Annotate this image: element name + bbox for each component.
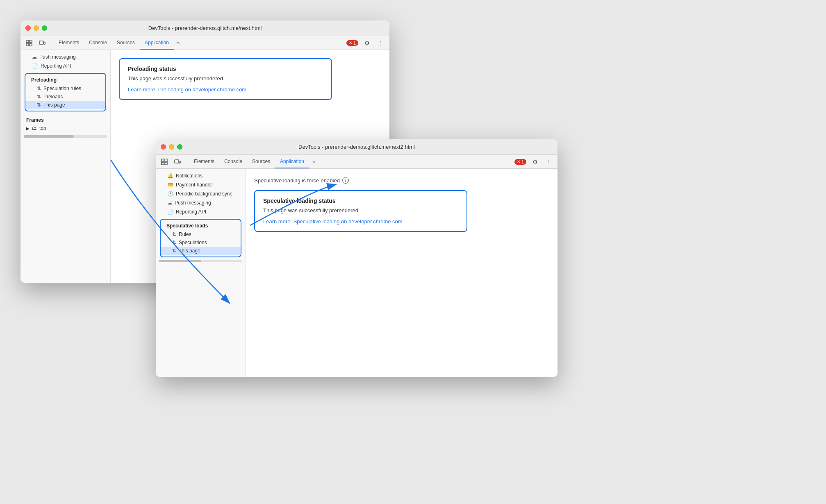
tab-elements-1[interactable]: Elements — [54, 36, 84, 50]
svg-rect-6 — [162, 159, 164, 161]
updown-icon-4: ⇅ — [172, 232, 176, 237]
info-icon[interactable]: i — [342, 177, 349, 184]
sidebar-item-speculations[interactable]: ⇅ Speculations — [161, 238, 241, 247]
updown-icon-5: ⇅ — [172, 240, 176, 245]
svg-rect-2 — [26, 43, 29, 46]
updown-icon-6: ⇅ — [172, 248, 176, 254]
tabs-bar-2: Elements Console Sources Application » ✕… — [156, 155, 557, 169]
sidebar-item-speculation-rules[interactable]: ⇅ Speculation rules — [25, 84, 105, 93]
speculative-loading-status-card: Speculative loading status This page was… — [254, 190, 467, 232]
updown-icon-3: ⇅ — [37, 102, 41, 108]
devtools-window-2: DevTools - prerender-demos.glitch.me/nex… — [156, 139, 557, 377]
devtools-body-2: 🔔 Notifications 💳 Payment handler 🕐 Peri… — [156, 169, 557, 377]
svg-rect-8 — [162, 162, 164, 165]
speculative-loading-status-title: Speculative loading status — [263, 198, 458, 204]
preloading-status-card: Preloading status This page was successf… — [119, 58, 332, 100]
tab-elements-2[interactable]: Elements — [189, 155, 219, 168]
svg-rect-4 — [39, 41, 43, 44]
preloading-status-text: This page was successfully prerendered. — [128, 75, 323, 82]
sidebar-item-preloads[interactable]: ⇅ Preloads — [25, 93, 105, 101]
cursor-icon[interactable] — [24, 38, 34, 48]
tab-sources-1[interactable]: Sources — [112, 36, 140, 50]
more-options-icon-2[interactable]: ⋮ — [544, 157, 554, 167]
doc-icon: 📄 — [32, 63, 38, 69]
error-badge-2[interactable]: ✕ 1 — [514, 159, 526, 165]
preloading-learn-more-link[interactable]: Learn more: Preloading on developer.chro… — [128, 86, 246, 93]
tab-more-2[interactable]: » — [309, 155, 319, 168]
tab-application-2[interactable]: Application — [275, 155, 309, 168]
sidebar-item-push-messaging-1[interactable]: ☁ Push messaging — [20, 52, 110, 61]
sidebar-item-top-frame[interactable]: ▶ 🗂 top — [26, 125, 105, 132]
preloading-title: Preloading — [25, 75, 105, 84]
notif-icon: 🔔 — [167, 173, 173, 179]
sidebar-1: ☁ Push messaging 📄 Reporting API Preload… — [20, 50, 111, 283]
sidebar-item-this-page-2[interactable]: ⇅ This page — [161, 247, 241, 255]
settings-icon-2[interactable]: ⚙ — [530, 157, 540, 167]
svg-rect-0 — [26, 40, 29, 43]
doc-icon-2: 📄 — [167, 209, 173, 215]
cloud-icon: ☁ — [32, 54, 37, 60]
close-button-1[interactable] — [25, 25, 31, 31]
traffic-lights-1 — [25, 25, 47, 31]
tab-icons-2 — [159, 155, 187, 168]
titlebar-2: DevTools - prerender-demos.glitch.me/nex… — [156, 139, 557, 155]
folder-icon: 🗂 — [32, 125, 37, 131]
svg-rect-1 — [30, 40, 32, 43]
sidebar-item-reporting-api-1[interactable]: 📄 Reporting API — [20, 61, 110, 70]
maximize-button-1[interactable] — [42, 25, 47, 31]
frame-expand-icon: ▶ — [26, 126, 30, 131]
sidebar-2: 🔔 Notifications 💳 Payment handler 🕐 Peri… — [156, 169, 246, 377]
force-enabled-text: Speculative loading is force-enabled — [254, 177, 340, 184]
cloud-icon-2: ☁ — [167, 200, 172, 206]
payment-icon: 💳 — [167, 182, 173, 188]
tabs-right-1: ✕ 1 ⚙ ⋮ — [346, 36, 386, 50]
svg-rect-3 — [30, 43, 32, 46]
frames-title-1: Frames — [26, 117, 105, 123]
tab-console-2[interactable]: Console — [219, 155, 247, 168]
clock-icon: 🕐 — [167, 191, 173, 197]
frames-section-1: Frames ▶ 🗂 top — [20, 114, 110, 134]
maximize-button-2[interactable] — [177, 144, 182, 150]
sidebar-item-periodic-bg[interactable]: 🕐 Periodic background sync — [156, 189, 246, 198]
window-title-2: DevTools - prerender-demos.glitch.me/nex… — [298, 144, 415, 150]
speculative-loading-status-text: This page was successfully prerendered. — [263, 207, 458, 213]
force-enabled-row: Speculative loading is force-enabled i — [254, 177, 549, 184]
speculative-loads-group: Speculative loads ⇅ Rules ⇅ Speculations… — [160, 219, 241, 257]
svg-rect-9 — [165, 162, 167, 165]
tabs-bar-1: Elements Console Sources Application » ✕… — [20, 36, 389, 50]
cursor-icon-2[interactable] — [159, 157, 170, 167]
sidebar-item-notifications[interactable]: 🔔 Notifications — [156, 171, 246, 180]
updown-icon-2: ⇅ — [37, 94, 41, 100]
preloading-status-title: Preloading status — [128, 66, 323, 72]
minimize-button-2[interactable] — [169, 144, 174, 150]
settings-icon-1[interactable]: ⚙ — [362, 38, 372, 48]
sidebar-item-rules[interactable]: ⇅ Rules — [161, 230, 241, 238]
tab-more-1[interactable]: » — [174, 36, 183, 50]
svg-rect-10 — [175, 160, 179, 163]
tabs-right-2: ✕ 1 ⚙ ⋮ — [514, 155, 554, 168]
tab-sources-2[interactable]: Sources — [247, 155, 275, 168]
speculative-loading-learn-more-link[interactable]: Learn more: Speculative loading on devel… — [263, 218, 403, 225]
titlebar-1: DevTools - prerender-demos.glitch.me/nex… — [20, 20, 389, 36]
more-options-icon-1[interactable]: ⋮ — [375, 38, 386, 48]
preloading-group: Preloading ⇅ Speculation rules ⇅ Preload… — [25, 73, 106, 111]
svg-rect-5 — [44, 42, 45, 44]
tab-application-1[interactable]: Application — [140, 36, 174, 50]
responsive-icon-2[interactable] — [172, 157, 183, 167]
sidebar-item-this-page-1[interactable]: ⇅ This page — [25, 101, 105, 109]
svg-rect-7 — [165, 159, 167, 161]
traffic-lights-2 — [161, 144, 182, 150]
sidebar-item-reporting-api-2[interactable]: 📄 Reporting API — [156, 207, 246, 216]
close-button-2[interactable] — [161, 144, 166, 150]
svg-rect-11 — [179, 161, 180, 163]
main-content-2: Speculative loading is force-enabled i S… — [246, 169, 557, 377]
window-title-1: DevTools - prerender-demos.glitch.me/nex… — [148, 25, 262, 31]
speculative-loads-title: Speculative loads — [161, 221, 241, 230]
error-badge-1[interactable]: ✕ 1 — [346, 40, 358, 46]
tab-console-1[interactable]: Console — [84, 36, 112, 50]
sidebar-item-push-messaging-2[interactable]: ☁ Push messaging — [156, 198, 246, 207]
sidebar-item-payment-handler[interactable]: 💳 Payment handler — [156, 180, 246, 189]
responsive-icon[interactable] — [37, 38, 48, 48]
minimize-button-1[interactable] — [34, 25, 39, 31]
tab-icons-1 — [24, 36, 52, 50]
